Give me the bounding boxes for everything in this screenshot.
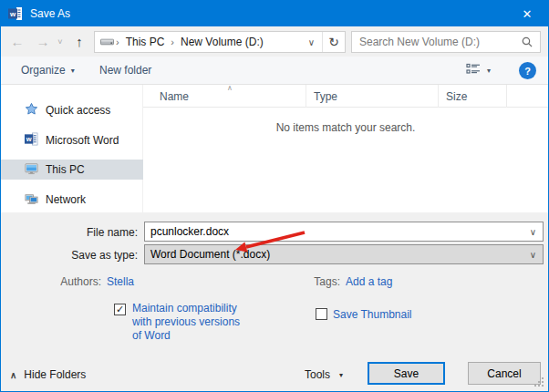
search-input[interactable] xyxy=(352,36,521,48)
back-icon[interactable]: ← xyxy=(6,26,28,57)
help-button[interactable]: ? xyxy=(519,62,536,79)
refresh-icon[interactable]: ↻ xyxy=(323,35,345,49)
address-bar[interactable]: › This PC › New Volume (D:) ∨ ↻ xyxy=(94,31,346,53)
navigation-sidebar: Quick access w Microsoft Word xyxy=(1,85,143,212)
column-header-type[interactable]: Type xyxy=(306,85,439,108)
window-title: Save As xyxy=(30,7,70,20)
hide-folders-button[interactable]: ∧ Hide Folders xyxy=(10,368,86,381)
new-folder-label: New folder xyxy=(99,64,151,77)
sort-ascending-icon: ∧ xyxy=(227,84,233,92)
chevron-down-icon[interactable]: ∨ xyxy=(530,227,543,237)
word-app-icon: w xyxy=(8,6,23,21)
star-icon xyxy=(25,102,38,119)
column-header-name[interactable]: Name ∧ xyxy=(143,85,306,108)
checkmark-icon: ✓ xyxy=(116,304,124,315)
column-header-row: Name ∧ Type Size xyxy=(143,85,548,108)
save-as-type-label: Save as type: xyxy=(1,249,138,262)
organize-button[interactable]: Organize ▾ xyxy=(21,57,75,84)
breadcrumb-chevron[interactable]: › xyxy=(169,36,176,47)
save-as-dialog: w Save As ✕ ← → ˅ ↑ › This PC › New Volu… xyxy=(0,0,549,392)
sidebar-item-label: Microsoft Word xyxy=(46,134,119,147)
new-folder-button[interactable]: New folder xyxy=(99,57,151,84)
breadcrumb-chevron[interactable]: › xyxy=(114,36,121,47)
empty-results-message: No items match your search. xyxy=(143,121,548,134)
up-icon[interactable]: ↑ xyxy=(68,26,90,57)
navigation-row: ← → ˅ ↑ › This PC › New Volume (D:) ∨ ↻ xyxy=(1,26,548,57)
views-button[interactable]: ▾ xyxy=(466,57,491,84)
browser-content: Quick access w Microsoft Word xyxy=(1,85,548,212)
svg-text:w: w xyxy=(9,10,16,18)
sidebar-item-this-pc[interactable]: This PC xyxy=(1,160,143,180)
save-thumbnail-label[interactable]: Save Thumbnail xyxy=(333,308,412,321)
authors-value-link[interactable]: Stella xyxy=(107,275,134,288)
chevron-down-icon: ▾ xyxy=(339,371,343,379)
search-icon[interactable] xyxy=(521,36,533,48)
search-box xyxy=(351,31,541,53)
sidebar-item-label: This PC xyxy=(46,163,85,176)
file-name-label: File name: xyxy=(1,226,138,239)
chevron-down-icon: ▾ xyxy=(71,67,75,75)
chevron-down-icon: ▾ xyxy=(487,67,491,75)
resize-grip[interactable] xyxy=(542,385,544,387)
maintain-compatibility-checkbox[interactable]: ✓ xyxy=(114,304,126,315)
title-bar: w Save As ✕ xyxy=(1,1,548,26)
command-toolbar: Organize ▾ New folder ▾ ? xyxy=(1,57,548,85)
file-name-combobox[interactable]: ∨ xyxy=(144,222,544,242)
file-name-input[interactable] xyxy=(145,225,530,238)
forward-icon[interactable]: → xyxy=(32,26,54,57)
chevron-down-icon[interactable]: ∨ xyxy=(530,250,543,260)
sidebar-item-microsoft-word[interactable]: w Microsoft Word xyxy=(1,130,143,150)
sidebar-item-quick-access[interactable]: Quick access xyxy=(1,100,143,120)
breadcrumb-this-pc[interactable]: This PC xyxy=(121,36,170,48)
network-icon xyxy=(25,191,38,208)
maintain-compatibility-label[interactable]: Maintain compatibility with previous ver… xyxy=(132,302,245,343)
hide-folders-label: Hide Folders xyxy=(24,368,86,381)
file-list-pane: Name ∧ Type Size No items match your sea… xyxy=(143,85,548,212)
organize-label: Organize xyxy=(21,64,66,77)
save-as-type-value: Word Document (*.docx) xyxy=(145,248,530,261)
close-button[interactable]: ✕ xyxy=(506,1,548,26)
sidebar-item-label: Quick access xyxy=(46,104,110,117)
drive-icon xyxy=(100,37,114,46)
help-icon: ? xyxy=(524,66,531,77)
breadcrumb-new-volume[interactable]: New Volume (D:) xyxy=(176,36,268,48)
tags-label: Tags: xyxy=(302,275,340,288)
word-icon: w xyxy=(25,132,38,149)
address-dropdown-icon[interactable]: ∨ xyxy=(301,37,322,47)
svg-text:w: w xyxy=(26,135,32,143)
history-caret-icon[interactable]: ˅ xyxy=(54,26,67,57)
save-as-type-combobox[interactable]: Word Document (*.docx) ∨ xyxy=(144,244,544,264)
tags-add-link[interactable]: Add a tag xyxy=(346,275,392,288)
sidebar-item-network[interactable]: Network xyxy=(1,190,143,210)
close-icon: ✕ xyxy=(523,7,533,21)
authors-label: Authors: xyxy=(37,275,101,288)
cancel-button[interactable]: Cancel xyxy=(468,362,541,385)
monitor-icon xyxy=(25,161,38,178)
tools-label: Tools xyxy=(305,368,330,381)
column-header-size[interactable]: Size xyxy=(439,85,507,108)
save-thumbnail-checkbox[interactable] xyxy=(316,308,327,320)
sidebar-item-label: Network xyxy=(46,193,86,206)
save-button[interactable]: Save xyxy=(368,362,445,385)
chevron-up-icon: ∧ xyxy=(10,370,16,380)
views-icon xyxy=(466,63,481,78)
tools-button[interactable]: Tools ▾ xyxy=(305,368,343,381)
